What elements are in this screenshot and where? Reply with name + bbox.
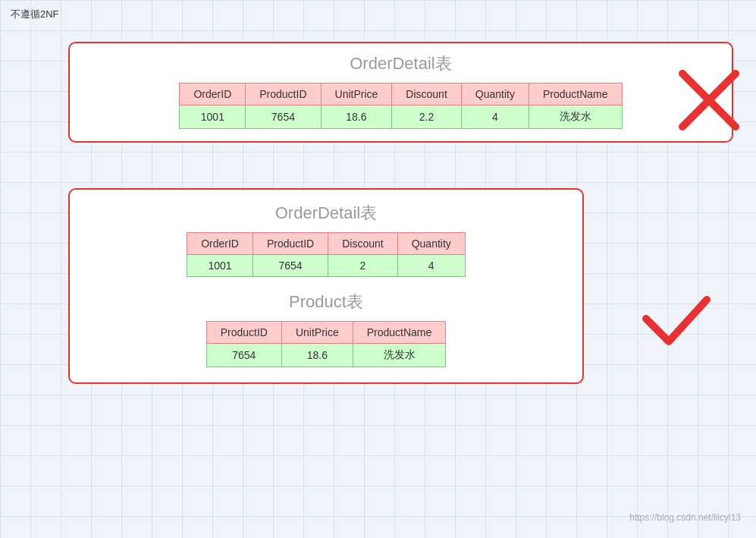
cell-orderid-bot: 1001 <box>187 255 253 277</box>
cell-unitprice-top: 18.6 <box>321 105 392 129</box>
col-unitprice-top: UnitPrice <box>321 83 392 105</box>
col-discount-top: Discount <box>392 83 461 105</box>
col-discount-bot: Discount <box>328 233 397 255</box>
red-x-icon <box>679 70 739 131</box>
col-productid-prod: ProductID <box>206 322 281 344</box>
bottom-orderdetail-table: OrderID ProductID Discount Quantity 1001… <box>187 232 466 277</box>
table-row: 1001 7654 18.6 2.2 4 洗发水 <box>180 105 622 129</box>
col-quantity-bot: Quantity <box>397 233 465 255</box>
product-table-title: Product表 <box>88 291 564 313</box>
product-table: ProductID UnitPrice ProductName 7654 18.… <box>206 321 447 367</box>
cell-productid-bot: 7654 <box>253 255 328 277</box>
cell-productname-prod: 洗发水 <box>353 344 446 367</box>
bottom-table-container: OrderDetail表 OrderID ProductID Discount … <box>68 188 584 384</box>
col-unitprice-prod: UnitPrice <box>281 322 353 344</box>
cell-productid-top: 7654 <box>246 105 321 129</box>
page-label: 不遵循2NF <box>11 8 59 21</box>
top-table: OrderID ProductID UnitPrice Discount Qua… <box>179 83 622 129</box>
col-orderid-top: OrderID <box>180 83 246 105</box>
col-productname-top: ProductName <box>529 83 622 105</box>
bottom-orderdetail-title: OrderDetail表 <box>88 202 564 225</box>
cell-productid-prod: 7654 <box>206 344 281 367</box>
top-table-container: OrderDetail表 OrderID ProductID UnitPrice… <box>68 42 733 143</box>
table-row: 7654 18.6 洗发水 <box>206 344 446 367</box>
product-table-section: Product表 ProductID UnitPrice ProductName… <box>88 291 564 367</box>
table-row: 1001 7654 2 4 <box>187 255 466 277</box>
cell-productname-top: 洗发水 <box>529 105 622 129</box>
col-productid-bot: ProductID <box>253 233 328 255</box>
cell-quantity-bot: 4 <box>397 255 465 277</box>
cell-orderid-top: 1001 <box>180 105 246 129</box>
cell-unitprice-prod: 18.6 <box>281 344 353 367</box>
col-productid-top: ProductID <box>246 83 321 105</box>
cell-discount-bot: 2 <box>328 255 397 277</box>
watermark: https://blog.csdn.net/liicyl13 <box>629 512 741 523</box>
col-orderid-bot: OrderID <box>187 233 253 255</box>
col-productname-prod: ProductName <box>353 322 446 344</box>
col-quantity-top: Quantity <box>461 83 529 105</box>
red-check-icon <box>642 296 711 349</box>
cell-quantity-top: 4 <box>461 105 529 129</box>
cell-discount-top: 2.2 <box>392 105 461 129</box>
top-table-title: OrderDetail表 <box>85 52 717 75</box>
